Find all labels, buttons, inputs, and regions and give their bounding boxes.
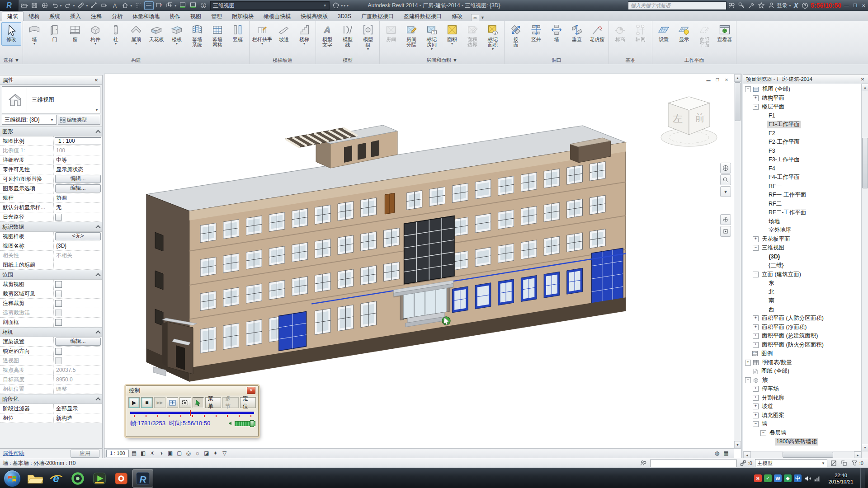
property-checkbox[interactable] (55, 291, 62, 297)
tree-item[interactable]: RF二-工作平面 (743, 208, 862, 217)
tree-item[interactable]: +面积平面 (总建筑面积) (743, 332, 862, 341)
open-icon[interactable] (19, 1, 28, 10)
ribbon-button-mtext[interactable]: A模型 文字 (317, 22, 337, 51)
ribbon-button-curtaingrid[interactable]: 幕墙 网格 (208, 22, 227, 51)
tree-toggle-icon[interactable]: − (745, 377, 751, 383)
tree-item-label[interactable]: 面积平面 (人防分区面积) (760, 314, 825, 322)
cursor-highlight-button[interactable] (193, 397, 204, 408)
property-checkbox[interactable] (55, 319, 62, 326)
ribbon-button-wpshow[interactable]: 显示 (674, 22, 694, 46)
property-checkbox[interactable] (55, 214, 62, 221)
property-value[interactable]: {3D} (54, 243, 102, 249)
tree-item-label[interactable]: F4 (767, 165, 777, 172)
tree-item[interactable]: −三维视图 (743, 244, 862, 253)
tree-item-label[interactable]: 面积平面 (总建筑面积) (760, 332, 819, 340)
tree-toggle-icon[interactable]: + (745, 360, 751, 366)
property-value[interactable]: 协调 (54, 194, 102, 202)
property-value-input[interactable]: 1 : 100 (55, 137, 101, 145)
exchange-apps-icon[interactable]: X (794, 2, 798, 9)
view-close-icon[interactable]: ✕ (723, 77, 730, 83)
play-button[interactable]: ▶ (128, 397, 140, 408)
ribbon-button-refplane[interactable]: 参照 平面 (694, 22, 714, 51)
quick-access-view-combo[interactable]: 三维视图 ▼ (210, 1, 330, 10)
show-desktop-button[interactable] (860, 468, 865, 488)
tree-item[interactable]: +结构平面 (743, 94, 862, 103)
toolbar-overflow-icon[interactable]: ▼▼ (343, 4, 349, 7)
tree-item-label[interactable]: 图纸 (全部) (760, 367, 791, 375)
tree-item-label[interactable]: F1-工作平面 (767, 121, 801, 128)
tree-item[interactable]: {三维} (743, 261, 862, 270)
tree-item[interactable]: 室外地坪 (743, 226, 862, 235)
tree-item-label[interactable]: 结构平面 (760, 94, 786, 102)
help-icon[interactable] (800, 1, 809, 9)
taskbar-clock[interactable]: 22:40 2015/10/21 (824, 472, 858, 485)
ribbon-button-wallopen[interactable]: 墙 (547, 22, 566, 46)
property-checkbox[interactable] (55, 300, 62, 307)
window-mode-button[interactable] (167, 397, 178, 408)
tree-toggle-icon[interactable]: + (753, 386, 759, 392)
ribbon-panel-label[interactable]: 楼梯坡道 (250, 57, 316, 64)
tree-item-label[interactable]: F2-工作平面 (767, 138, 801, 146)
shadows-icon[interactable]: ◑ (157, 450, 166, 457)
tree-item-label[interactable]: F3 (767, 148, 777, 154)
tree-item-label[interactable]: F4-工作平面 (767, 174, 801, 181)
chevron-down-icon[interactable]: ▼ (788, 4, 792, 7)
communication-center-icon[interactable] (747, 1, 756, 9)
property-checkbox[interactable] (55, 310, 62, 316)
subscription-key-icon[interactable] (737, 1, 746, 9)
detail-level-icon[interactable]: ▤ (130, 450, 139, 457)
ribbon-tab-2[interactable]: 系统 (44, 12, 65, 21)
tree-item-label[interactable]: RF一-工作平面 (767, 191, 807, 199)
ribbon-tab-14[interactable]: 广厦数据接口 (356, 12, 399, 21)
home3d-icon[interactable] (121, 1, 130, 10)
tree-item-label[interactable]: {3D} (767, 253, 782, 260)
tree-toggle-icon[interactable]: + (753, 413, 759, 418)
temporary-view-icon[interactable]: ◪ (202, 450, 211, 457)
numbering-icon[interactable]: 1 (199, 1, 208, 10)
ribbon-tab-4[interactable]: 注释 (86, 12, 107, 21)
scroll-up-icon[interactable]: ▲ (862, 84, 868, 91)
tree-item[interactable]: +分割轮廓 (743, 394, 862, 403)
login-button[interactable]: 登录 (777, 2, 788, 9)
ribbon-button-curtainsys[interactable]: 幕墙 系统 (187, 22, 207, 51)
ribbon-button-face[interactable]: 按 面 (506, 22, 526, 51)
tree-item-label[interactable]: 墙 (760, 420, 769, 428)
tree-item[interactable]: +坡道 (743, 402, 862, 411)
scroll-down-icon[interactable]: ▼ (734, 441, 741, 449)
tag-icon[interactable] (100, 1, 109, 10)
volume-icon[interactable] (804, 475, 811, 482)
property-value[interactable]: 不相关 (54, 252, 102, 259)
tree-item-label[interactable]: 分割轮廓 (760, 394, 786, 402)
property-group-header[interactable]: 范围 (0, 270, 102, 280)
worksharing-display-icon[interactable]: ◍ (712, 450, 722, 457)
browser-vertical-scrollbar[interactable]: ▲ ▼ (861, 84, 868, 451)
crop-view-icon[interactable]: ▣ (166, 450, 175, 457)
tree-item-label[interactable]: RF二 (767, 200, 783, 208)
tree-toggle-icon[interactable]: − (753, 245, 759, 251)
tree-item[interactable]: −叠层墙 (743, 429, 862, 438)
tree-item[interactable]: F2-工作平面 (743, 138, 862, 147)
tree-toggle-icon[interactable]: − (760, 430, 766, 436)
menu-button[interactable]: 菜单 (205, 397, 221, 408)
press-drag-icon[interactable] (840, 460, 848, 467)
project-icon[interactable] (40, 1, 49, 10)
tree-item[interactable]: −视图 (全部) (743, 85, 862, 94)
section-icon[interactable] (134, 1, 143, 10)
ribbon-button-component[interactable]: 构件▼ (85, 22, 105, 46)
locate-button[interactable]: 定位 (240, 397, 256, 408)
taskbar-app-screen-recorder[interactable] (111, 469, 132, 488)
ribbon-button-shaft[interactable]: 竖井 (526, 22, 546, 46)
property-value[interactable]: 20037.5 (54, 367, 102, 373)
collapse-chevron-icon[interactable] (95, 273, 100, 278)
tree-toggle-icon[interactable]: + (753, 342, 759, 348)
close-icon[interactable]: ✕ (859, 77, 866, 82)
switchwin-icon[interactable] (165, 1, 175, 10)
ribbon-button-window[interactable]: 窗 (65, 22, 85, 46)
ribbon-panel-label[interactable]: 模型 (316, 57, 379, 64)
tree-item[interactable]: RF一-工作平面 (743, 191, 862, 200)
ribbon-button-modify[interactable]: 修改 (1, 22, 21, 46)
worksets-icon[interactable] (640, 460, 647, 467)
close-icon[interactable]: ✕ (93, 78, 99, 83)
drawing-area[interactable]: 左 前 ▾ ▬ ❐ ✕ ▲ ▼ 1 : 10 (104, 74, 741, 458)
ribbon-button-areatag[interactable]: 1标记 面积▼ (483, 22, 503, 51)
